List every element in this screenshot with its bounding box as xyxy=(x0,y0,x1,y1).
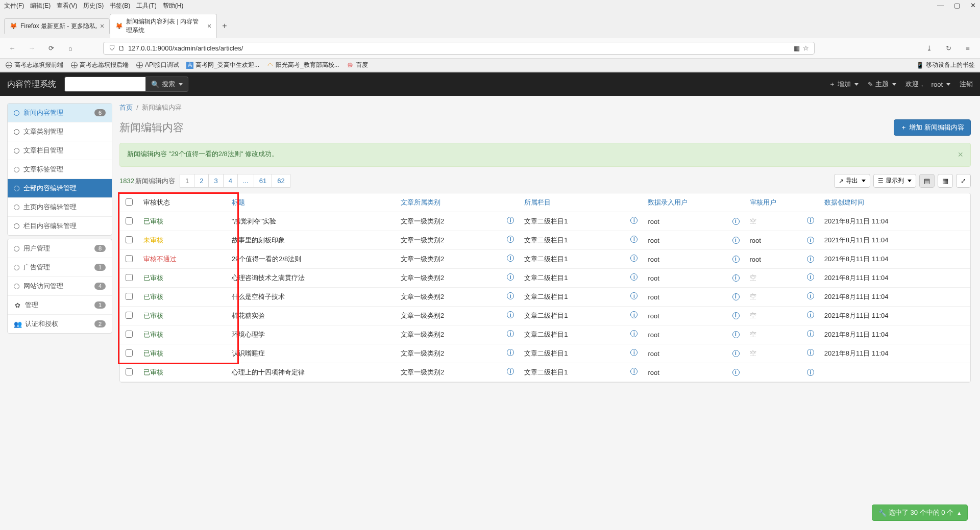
bookmark-item[interactable]: ◠阳光高考_教育部高校... xyxy=(266,61,339,69)
cell-title[interactable]: 环境心理学 xyxy=(227,325,396,344)
export-button[interactable]: ↗ 导出 xyxy=(834,174,870,188)
column-header[interactable]: 数据录入用户 xyxy=(643,193,744,212)
mobile-bookmarks[interactable]: 📱移动设备上的书签 xyxy=(916,61,975,69)
info-icon[interactable]: i xyxy=(807,256,814,263)
bookmark-item[interactable]: API接口调试 xyxy=(136,61,179,69)
menu-item[interactable]: 文件(F) xyxy=(4,2,24,10)
sidebar-item[interactable]: 文章栏目管理 xyxy=(8,141,112,160)
bookmark-star-icon[interactable]: ☆ xyxy=(803,44,809,52)
topbar-theme[interactable]: ✎主题 xyxy=(868,80,896,89)
bookmark-item[interactable]: 高考志愿填报后端 xyxy=(70,61,129,69)
info-icon[interactable]: i xyxy=(732,331,740,338)
sidebar-item[interactable]: 主页内容编辑管理 xyxy=(8,198,112,217)
menu-item[interactable]: 查看(V) xyxy=(57,2,77,10)
info-icon[interactable]: i xyxy=(807,237,814,244)
info-icon[interactable]: i xyxy=(630,349,638,356)
maximize-button[interactable]: ▢ xyxy=(954,2,960,9)
breadcrumb-home[interactable]: 首页 xyxy=(119,104,133,111)
info-icon[interactable]: i xyxy=(507,217,514,224)
info-icon[interactable]: i xyxy=(507,273,514,281)
info-icon[interactable]: i xyxy=(630,330,638,337)
info-icon[interactable]: i xyxy=(732,274,740,282)
sidebar-item[interactable]: 网站访问管理4 xyxy=(8,277,112,296)
info-icon[interactable]: i xyxy=(732,312,740,319)
refresh-icon[interactable]: ↻ xyxy=(941,41,955,55)
info-icon[interactable]: i xyxy=(807,273,814,281)
info-icon[interactable]: i xyxy=(630,311,638,318)
new-tab-button[interactable]: + xyxy=(217,19,232,33)
info-icon[interactable]: i xyxy=(732,350,740,357)
topbar-logout[interactable]: 注销 xyxy=(960,80,973,89)
info-icon[interactable]: i xyxy=(507,255,514,262)
tab-close-icon[interactable]: × xyxy=(100,22,104,30)
info-icon[interactable]: i xyxy=(507,330,514,337)
column-header[interactable]: 审核用户 xyxy=(745,193,819,212)
info-icon[interactable]: i xyxy=(807,369,814,376)
row-checkbox[interactable] xyxy=(126,217,133,224)
column-header[interactable]: 标题 xyxy=(227,193,396,212)
row-checkbox[interactable] xyxy=(126,274,133,281)
row-checkbox[interactable] xyxy=(126,255,133,262)
page-link[interactable]: 61 xyxy=(254,174,272,188)
page-link[interactable]: 62 xyxy=(272,174,290,188)
info-icon[interactable]: i xyxy=(807,217,814,224)
sidebar-item[interactable]: 文章标签管理 xyxy=(8,160,112,179)
alert-close-button[interactable]: × xyxy=(958,149,963,160)
info-icon[interactable]: i xyxy=(732,237,740,244)
menu-item[interactable]: 帮助(H) xyxy=(163,2,184,10)
info-icon[interactable]: i xyxy=(630,217,638,224)
view-list-button[interactable]: ▤ xyxy=(919,174,935,188)
menu-item[interactable]: 书签(B) xyxy=(110,2,130,10)
menu-item[interactable]: 编辑(E) xyxy=(30,2,51,10)
info-icon[interactable]: i xyxy=(732,293,740,300)
cell-title[interactable]: 故事里的刻板印象 xyxy=(227,231,396,250)
topbar-user[interactable]: 欢迎， root xyxy=(905,80,950,89)
info-icon[interactable]: i xyxy=(630,368,638,375)
cell-title[interactable]: "感觉剥夺"实验 xyxy=(227,212,396,231)
minimize-button[interactable]: — xyxy=(937,2,944,9)
page-link[interactable]: 4 xyxy=(223,174,238,188)
reload-button[interactable]: ⟳ xyxy=(44,41,58,55)
info-icon[interactable]: i xyxy=(732,256,740,263)
info-icon[interactable]: i xyxy=(630,236,638,243)
sidebar-item[interactable]: 文章类别管理 xyxy=(8,122,112,141)
tab-close-icon[interactable]: × xyxy=(207,22,211,30)
app-menu-icon[interactable]: ≡ xyxy=(961,41,975,55)
page-link[interactable]: 2 xyxy=(194,174,209,188)
sidebar-item[interactable]: ✿管理1 xyxy=(8,296,112,315)
page-link[interactable]: 3 xyxy=(208,174,223,188)
sidebar-item[interactable]: 新闻内容管理6 xyxy=(8,104,112,122)
forward-button[interactable]: → xyxy=(24,41,39,55)
info-icon[interactable]: i xyxy=(807,311,814,318)
fullscreen-button[interactable]: ⤢ xyxy=(956,174,971,188)
page-link[interactable]: 1 xyxy=(180,174,194,188)
bookmark-item[interactable]: 崇百度 xyxy=(347,61,368,69)
sidebar-item[interactable]: 栏目内容编辑管理 xyxy=(8,217,112,235)
sidebar-item[interactable]: 广告管理1 xyxy=(8,258,112,277)
menu-item[interactable]: 历史(S) xyxy=(83,2,104,10)
info-icon[interactable]: i xyxy=(630,255,638,262)
search-input[interactable] xyxy=(64,77,146,92)
sidebar-item[interactable]: 全部内容编辑管理 xyxy=(8,179,112,198)
browser-tab[interactable]: 🦊新闻编辑内容列表 | 内容管理系统× xyxy=(110,14,217,38)
info-icon[interactable]: i xyxy=(807,330,814,337)
back-button[interactable]: ← xyxy=(5,41,19,55)
save-to-pocket-icon[interactable]: ⤓ xyxy=(922,41,936,55)
info-icon[interactable]: i xyxy=(807,349,814,356)
column-header[interactable]: 所属栏目 xyxy=(519,193,643,212)
row-checkbox[interactable] xyxy=(126,368,133,375)
close-button[interactable]: ✕ xyxy=(970,2,976,9)
cell-title[interactable]: 棉花糖实验 xyxy=(227,307,396,325)
cell-title[interactable]: 心理上的十四项神奇定律 xyxy=(227,363,396,382)
info-icon[interactable]: i xyxy=(630,273,638,281)
column-header[interactable]: 数据创建时间 xyxy=(819,193,970,212)
row-checkbox[interactable] xyxy=(126,236,133,243)
browser-tab[interactable]: 🦊Firefox 最新更新 - 更多隐私,× xyxy=(4,18,110,34)
info-icon[interactable]: i xyxy=(732,218,740,225)
view-grid-button[interactable]: ▦ xyxy=(938,174,953,188)
bookmark-item[interactable]: 高高考网_受高中生欢迎... xyxy=(186,61,259,69)
info-icon[interactable]: i xyxy=(630,292,638,299)
topbar-add[interactable]: ＋增加 xyxy=(829,80,859,89)
sidebar-item[interactable]: 👥认证和授权2 xyxy=(8,315,112,333)
search-button[interactable]: 🔍 搜索 xyxy=(146,77,188,92)
